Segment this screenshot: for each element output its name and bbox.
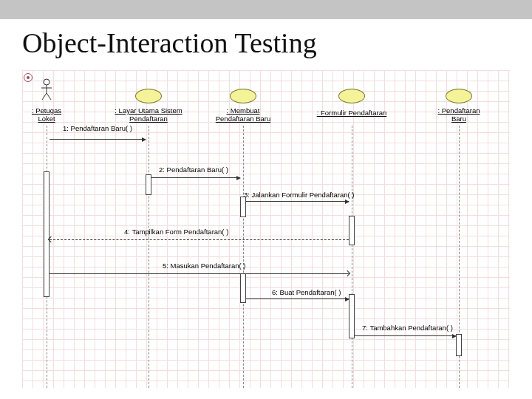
msg-2: 2: Pendaftaran Baru( ) [159,166,228,174]
activation-p4a [349,216,355,245]
lifeline-p4 [352,126,352,388]
msg-3: 3: Jalankan Formulir Pendaftaran( ) [244,191,354,199]
arrow-5 [50,273,349,274]
arrow-3 [246,201,349,202]
svg-point-0 [44,79,50,85]
arrow-7 [355,335,456,336]
lbl-p3: : Membuat Pendaftaran Baru [214,106,273,123]
stick-figure-icon [40,78,53,100]
lbl-p1: : Petugas Loket [28,106,65,123]
lbl-p2: : Layar Utama Sistem Pendaftaran [112,106,185,123]
msg-5: 5: Masukan Pendaftaran( ) [163,262,245,270]
svg-line-3 [42,93,47,100]
activation-p4b [349,294,355,338]
msg-6: 6: Buat Pendaftaran( ) [272,288,341,296]
slide-topbar [0,0,532,19]
activation-p1 [44,171,50,297]
svg-line-4 [47,93,51,100]
ellipse-p4 [338,89,365,103]
msg-4: 4: Tampilkan Form Pendaftaran( ) [124,228,228,236]
lifeline-p3 [243,126,244,388]
msg-1: 1: Pendaftaran Baru( ) [63,124,132,132]
activation-p5 [456,334,462,356]
lifeline-p2 [149,126,149,388]
activation-p3b [240,273,246,303]
actor-petugas-loket [40,78,53,100]
ellipse-p2 [135,89,162,103]
lbl-p5: : Pendaftaran Baru [432,106,485,123]
ellipse-p3 [230,89,256,103]
ellipse-p5 [446,89,472,103]
arrow-1 [50,139,146,140]
arrow-2 [151,177,240,178]
activation-p3a [240,197,246,217]
bullet-icon [24,73,33,82]
slide: Object-Interaction Testing : Petugas Lok… [0,0,532,399]
arrow-6 [246,299,349,299]
arrow-4 [50,239,349,240]
activation-p2 [146,174,151,195]
msg-7: 7: Tambahkan Pendaftaran( ) [362,324,453,332]
slide-title: Object-Interaction Testing [22,27,317,59]
lbl-p4: : Formulir Pendaftaran [310,109,393,117]
